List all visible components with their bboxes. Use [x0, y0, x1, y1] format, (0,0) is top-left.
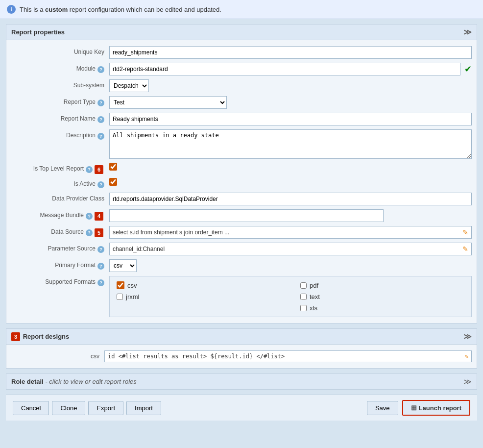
- description-textarea[interactable]: All shipments in a ready state: [109, 129, 472, 159]
- data-provider-value: [109, 193, 472, 205]
- bottom-left-buttons: Cancel Clone Export Import: [13, 401, 161, 415]
- parameter-source-label: Parameter Source ?: [11, 243, 109, 253]
- module-label: Module ?: [11, 63, 109, 73]
- format-pdf-checkbox[interactable]: [300, 282, 307, 289]
- report-type-row: Report Type ? Test: [6, 94, 477, 111]
- parameter-source-row: Parameter Source ? channel_id:Channel ✎: [6, 241, 477, 257]
- parameter-source-text: channel_id:Channel: [113, 246, 165, 252]
- format-text-checkbox[interactable]: [300, 294, 307, 300]
- info-banner: i This is a custom report configuration …: [0, 0, 483, 19]
- format-xls-checkbox[interactable]: [300, 305, 307, 311]
- report-properties-title: Report properties: [11, 28, 65, 36]
- report-designs-body: csv id <#list results as result> ${resul…: [6, 345, 477, 368]
- report-name-row: Report Name ?: [6, 111, 477, 127]
- format-pdf: pdf: [300, 281, 464, 289]
- supported-formats-value: csv pdf jrxml: [109, 276, 472, 317]
- bottom-bar: Cancel Clone Export Import Save ⊞ Launch…: [6, 395, 477, 421]
- formats-grid: csv pdf jrxml: [117, 281, 464, 312]
- report-name-help-icon[interactable]: ?: [97, 116, 104, 123]
- message-bundle-row: Message Bundle ? 4: [6, 207, 477, 224]
- description-label: Description ?: [11, 129, 109, 140]
- data-source-help-icon[interactable]: ?: [86, 229, 93, 236]
- sub-system-value: Despatch: [109, 79, 472, 92]
- primary-format-value: csv pdf xls text jrxml: [109, 259, 472, 272]
- save-button[interactable]: Save: [367, 401, 398, 415]
- unique-key-input[interactable]: [109, 46, 472, 59]
- report-name-input[interactable]: [109, 113, 472, 125]
- report-properties-header: Report properties ≫: [6, 25, 477, 40]
- report-type-select[interactable]: Test: [109, 96, 227, 109]
- is-top-level-checkbox[interactable]: [109, 163, 117, 171]
- format-text-label: text: [310, 293, 320, 300]
- parameter-source-help-icon[interactable]: ?: [97, 246, 104, 253]
- role-detail-section[interactable]: Role detail - click to view or edit repo…: [6, 373, 477, 390]
- is-active-checkbox[interactable]: [109, 178, 117, 186]
- primary-format-label: Primary Format ?: [11, 259, 109, 270]
- badge-5: 5: [95, 228, 103, 237]
- design-csv-edit-icon[interactable]: ✎: [465, 353, 468, 360]
- data-provider-label: Data Provider Class: [11, 193, 109, 202]
- export-button[interactable]: Export: [88, 401, 123, 415]
- message-bundle-help-icon[interactable]: ?: [86, 213, 93, 220]
- data-source-edit-icon[interactable]: ✎: [462, 228, 468, 236]
- data-provider-row: Data Provider Class: [6, 191, 477, 207]
- role-detail-text: Role detail - click to view or edit repo…: [11, 378, 137, 385]
- description-help-icon[interactable]: ?: [97, 133, 104, 140]
- data-source-value: select s.id from shipment s join order_i…: [109, 226, 472, 239]
- is-active-help-icon[interactable]: ?: [97, 181, 104, 188]
- role-detail-label: Role detail: [11, 378, 44, 385]
- is-top-level-row: Is Top Level Report ? 6: [6, 161, 477, 176]
- description-row: Description ? All shipments in a ready s…: [6, 127, 477, 161]
- is-active-value: [109, 178, 472, 186]
- format-pdf-label: pdf: [310, 282, 318, 289]
- format-xls-label: xls: [310, 304, 317, 312]
- formats-box: csv pdf jrxml: [109, 276, 472, 317]
- primary-format-row: Primary Format ? csv pdf xls text jrxml: [6, 257, 477, 274]
- data-provider-input[interactable]: [109, 193, 472, 205]
- description-value: All shipments in a ready state: [109, 129, 472, 159]
- module-row: Module ? ✔: [6, 61, 477, 77]
- launch-icon: ⊞: [411, 404, 417, 412]
- badge-4: 4: [95, 212, 103, 221]
- role-detail-sublabel: - click to view or edit report roles: [45, 378, 136, 385]
- design-csv-text: id <#list results as result> ${result.id…: [108, 353, 285, 360]
- primary-format-select[interactable]: csv pdf xls text jrxml: [109, 259, 137, 272]
- primary-format-help-icon[interactable]: ?: [97, 263, 104, 270]
- design-csv-label: csv: [11, 353, 104, 360]
- format-jrxml-checkbox[interactable]: [117, 294, 123, 300]
- design-csv-value: id <#list results as result> ${result.id…: [104, 350, 472, 362]
- data-source-text: select s.id from shipment s join order_i…: [113, 229, 229, 236]
- import-button[interactable]: Import: [126, 401, 161, 415]
- module-help-icon[interactable]: ?: [97, 66, 104, 73]
- format-csv-checkbox[interactable]: [117, 281, 124, 289]
- report-designs-collapse-icon[interactable]: ≫: [463, 332, 472, 341]
- data-source-row: Data Source ? 5 select s.id from shipmen…: [6, 224, 477, 241]
- format-jrxml: jrxml: [117, 293, 281, 300]
- data-source-field: select s.id from shipment s join order_i…: [109, 226, 472, 239]
- role-detail-collapse-icon[interactable]: ≫: [463, 377, 472, 386]
- launch-report-button[interactable]: ⊞ Launch report: [402, 400, 470, 416]
- supported-formats-row: Supported Formats ? csv pdf: [6, 274, 477, 319]
- report-type-help-icon[interactable]: ?: [97, 100, 104, 106]
- sub-system-row: Sub-system Despatch: [6, 77, 477, 94]
- clone-button[interactable]: Clone: [52, 401, 85, 415]
- badge-3: 3: [11, 332, 20, 341]
- is-active-label: Is Active ?: [11, 178, 109, 188]
- is-top-level-value: [109, 163, 472, 171]
- collapse-icon[interactable]: ≫: [463, 27, 472, 37]
- report-name-label: Report Name ?: [11, 113, 109, 123]
- is-top-level-help-icon[interactable]: ?: [86, 166, 93, 173]
- message-bundle-label: Message Bundle ? 4: [11, 209, 109, 221]
- sub-system-select[interactable]: Despatch: [109, 79, 149, 92]
- cancel-button[interactable]: Cancel: [13, 401, 49, 415]
- module-input[interactable]: [109, 63, 460, 75]
- report-designs-header: 3 Report designs ≫: [6, 329, 477, 345]
- format-csv-label: csv: [127, 282, 137, 289]
- parameter-source-field: channel_id:Channel ✎: [109, 243, 472, 255]
- is-active-row: Is Active ?: [6, 176, 477, 191]
- parameter-source-edit-icon[interactable]: ✎: [462, 245, 468, 253]
- supported-formats-help-icon[interactable]: ?: [97, 279, 104, 286]
- report-properties-body: Unique Key Module ? ✔: [6, 40, 477, 323]
- report-name-value: [109, 113, 472, 125]
- message-bundle-input[interactable]: [109, 209, 384, 222]
